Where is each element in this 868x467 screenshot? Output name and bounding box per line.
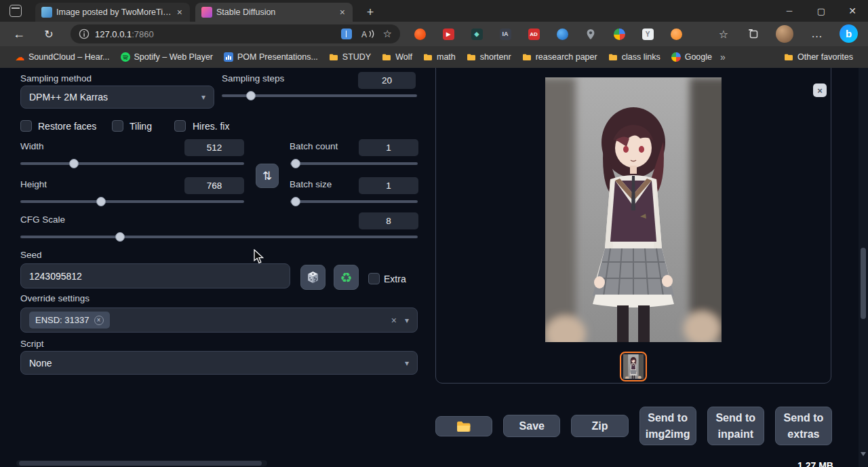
cfg-scale-slider[interactable] xyxy=(20,232,418,242)
random-seed-dice-button[interactable] xyxy=(300,265,326,290)
multicolor-extension[interactable] xyxy=(609,22,629,46)
reuse-seed-recycle-button[interactable]: ♻ xyxy=(334,265,359,290)
map-pin-extension[interactable] xyxy=(580,22,601,46)
minimize-icon[interactable]: ─ xyxy=(774,0,805,22)
open-output-folder-button[interactable] xyxy=(435,416,492,436)
save-button[interactable]: Save xyxy=(503,415,560,437)
settings-ellipsis-icon[interactable]: … xyxy=(807,22,827,46)
folder-icon xyxy=(784,53,793,61)
favorite-item[interactable]: math xyxy=(418,49,461,65)
favorite-item[interactable]: reasearch paper xyxy=(517,49,603,65)
back-arrow-icon[interactable]: ← xyxy=(8,22,30,46)
height-slider[interactable] xyxy=(20,197,244,206)
cfg-scale-value[interactable]: 8 xyxy=(359,212,418,229)
script-dropdown[interactable]: None ▾ xyxy=(20,351,418,375)
new-tab-icon[interactable]: + xyxy=(361,3,380,22)
override-settings-box[interactable]: ENSD: 31337 × × ▾ xyxy=(20,307,418,333)
bing-chat-icon[interactable]: b xyxy=(840,24,858,43)
chip-remove-icon[interactable]: × xyxy=(94,316,104,325)
tab-actions-icon[interactable] xyxy=(9,5,22,17)
tab-close-icon[interactable]: × xyxy=(338,7,347,18)
info-circle-icon[interactable] xyxy=(79,29,90,39)
sampling-steps-slider[interactable] xyxy=(222,91,417,100)
reuse-seed-recycle-icon: ♻ xyxy=(340,269,353,286)
horizontal-scrollbar[interactable] xyxy=(16,460,267,466)
browser-tab-stable-diffusion[interactable]: Stable Diffusion × xyxy=(195,3,353,22)
gallery-panel: × xyxy=(435,68,831,384)
seed-input[interactable] xyxy=(20,263,290,288)
batch-size-label: Batch size xyxy=(290,179,332,189)
close-icon[interactable]: ✕ xyxy=(837,0,868,22)
browser-tab-strip: Image posted by TwoMoreTimes × Stable Di… xyxy=(0,0,868,22)
favorite-star-icon[interactable]: ☆ xyxy=(383,28,392,40)
tiling-checkbox[interactable] xyxy=(112,120,123,132)
folder-icon xyxy=(467,53,476,61)
sampling-steps-value[interactable]: 20 xyxy=(358,72,416,89)
spotify-icon xyxy=(121,52,130,62)
tab-close-icon[interactable]: × xyxy=(176,7,184,18)
send-to-extras-button[interactable]: Send to extras xyxy=(775,407,832,445)
refresh-icon[interactable]: ↻ xyxy=(38,22,60,46)
batch-size-slider[interactable] xyxy=(290,197,418,206)
close-gallery-icon[interactable]: × xyxy=(813,83,827,97)
thumbnail-art xyxy=(623,354,644,379)
profile-avatar[interactable] xyxy=(776,25,793,43)
swap-dimensions-button[interactable]: ⇅ xyxy=(256,164,279,188)
restore-faces-checkbox[interactable] xyxy=(20,120,32,132)
zip-button[interactable]: Zip xyxy=(571,415,628,437)
folder-icon xyxy=(522,53,532,61)
folder-icon xyxy=(423,53,433,61)
video-play-extension[interactable]: ▶ xyxy=(438,22,458,46)
generated-image-thumbnail[interactable] xyxy=(620,352,647,381)
width-slider[interactable] xyxy=(20,159,244,168)
shield-extension[interactable]: ◆ xyxy=(467,22,487,46)
width-label: Width xyxy=(20,141,44,151)
adblock-extension[interactable]: AD xyxy=(524,22,544,46)
seed-label: Seed xyxy=(20,250,42,260)
blue-circle-extension[interactable] xyxy=(552,22,572,46)
favorite-item[interactable]: Spotify – Web Player xyxy=(115,49,219,65)
clear-all-icon[interactable]: × xyxy=(391,315,397,326)
favorite-label: SoundCloud – Hear... xyxy=(28,52,110,62)
split-screen-icon[interactable] xyxy=(341,29,352,39)
orange-circle-extension[interactable] xyxy=(410,22,430,46)
favorites-hub-icon[interactable]: ☆ xyxy=(713,22,734,46)
send-to-inpaint-button[interactable]: Send to inpaint xyxy=(707,407,764,445)
read-aloud-icon[interactable]: A xyxy=(361,29,375,39)
favorite-item[interactable]: Google xyxy=(666,49,717,65)
script-label: Script xyxy=(20,339,44,349)
batch-count-slider[interactable] xyxy=(290,159,418,168)
chevron-right-icon[interactable]: » xyxy=(720,52,726,62)
address-bar[interactable]: 127.0.0.1 :7860 A ☆ xyxy=(71,24,400,43)
override-chip-value: ENSD: 31337 xyxy=(35,315,90,325)
favorite-item[interactable]: class links xyxy=(603,49,666,65)
favorite-item[interactable]: STUDY xyxy=(323,49,376,65)
fox-extension[interactable] xyxy=(666,22,686,46)
collections-icon[interactable] xyxy=(743,22,764,46)
vertical-scrollbar[interactable] xyxy=(859,68,868,467)
tab-title: Stable Diffusion xyxy=(216,7,334,17)
horizontal-scrollbar-thumb[interactable] xyxy=(19,461,262,466)
width-value[interactable]: 512 xyxy=(184,139,244,156)
scroll-down-arrow-icon[interactable] xyxy=(861,452,866,456)
favorite-item[interactable]: Wolf xyxy=(376,49,418,65)
batch-count-value[interactable]: 1 xyxy=(359,139,418,156)
maximize-icon[interactable]: ▢ xyxy=(806,0,837,22)
batch-size-value[interactable]: 1 xyxy=(359,177,418,194)
favorite-item[interactable]: shortenr xyxy=(461,49,517,65)
chevron-down-icon[interactable]: ▾ xyxy=(405,316,409,325)
favorite-item[interactable]: POM Presentations... xyxy=(218,49,323,65)
y-combinator-extension[interactable]: Y xyxy=(637,22,658,46)
ia-extension[interactable]: IA xyxy=(495,22,515,46)
send-to-img2img-button[interactable]: Send to img2img xyxy=(639,407,696,445)
extra-seed-checkbox[interactable] xyxy=(368,273,380,284)
browser-tab-image-post[interactable]: Image posted by TwoMoreTimes × xyxy=(35,3,190,22)
other-favorites[interactable]: Other favorites xyxy=(778,49,859,65)
vertical-scrollbar-thumb[interactable] xyxy=(861,248,866,319)
height-value[interactable]: 768 xyxy=(184,177,244,194)
svg-text:A: A xyxy=(361,30,367,39)
hires-fix-checkbox[interactable] xyxy=(174,120,186,132)
sampling-method-dropdown[interactable]: DPM++ 2M Karras ▾ xyxy=(20,86,214,109)
generated-image[interactable] xyxy=(545,77,722,342)
favorite-item[interactable]: ☁ SoundCloud – Hear... xyxy=(9,49,115,65)
